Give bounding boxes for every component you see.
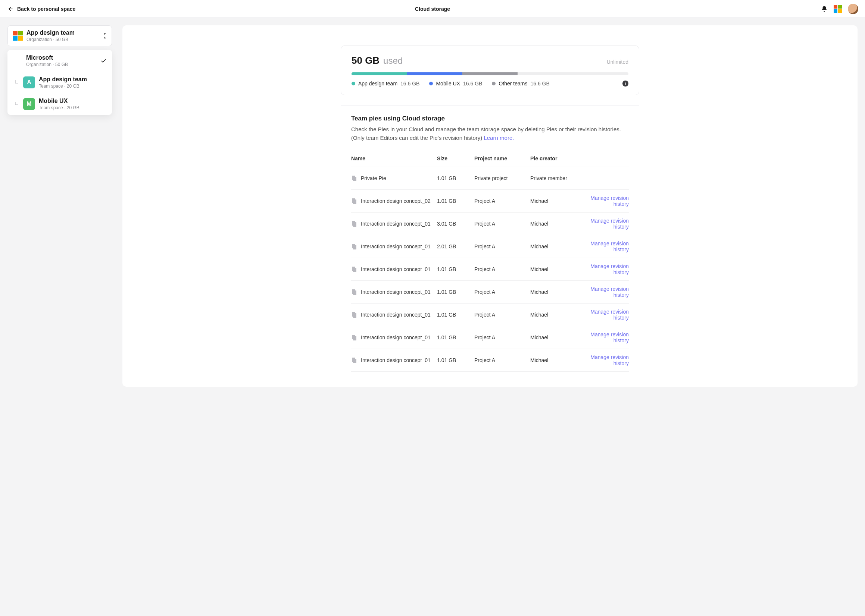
manage-history-link[interactable]: Manage revision history <box>590 240 629 253</box>
manage-history-link[interactable]: Manage revision history <box>590 309 629 321</box>
legend-value: 16.6 GB <box>530 80 549 86</box>
cell-size: 1.01 GB <box>437 312 471 318</box>
dropdown-org[interactable]: Microsoft Organization · 50 GB <box>8 50 112 72</box>
table-row: Interaction design concept_01 2.01 GB Pr… <box>351 235 629 258</box>
col-size: Size <box>437 156 471 162</box>
cell-size: 2.01 GB <box>437 244 471 250</box>
cell-creator: Michael <box>530 221 583 227</box>
manage-history-link[interactable]: Manage revision history <box>590 354 629 366</box>
svg-rect-1 <box>353 177 356 181</box>
cell-size: 1.01 GB <box>437 289 471 295</box>
space-selector[interactable]: App design team Organization · 50 GB ▼▲ <box>8 25 112 46</box>
cell-size: 1.01 GB <box>437 357 471 363</box>
cell-project: Project A <box>474 335 526 341</box>
cell-size: 1.01 GB <box>437 198 471 204</box>
cell-action: Manage revision history <box>586 332 629 343</box>
col-creator: Pie creator <box>530 156 583 162</box>
pies-table: Name Size Project name Pie creator Priva… <box>351 150 629 372</box>
legend-dot <box>429 82 433 85</box>
legend-item: App design team 16.6 GB <box>351 80 419 86</box>
cell-name: Interaction design concept_01 <box>351 221 433 227</box>
cell-size: 1.01 GB <box>437 266 471 272</box>
back-button[interactable]: Back to personal space <box>7 6 76 12</box>
dropdown-team-subtitle: Team space · 20 GB <box>39 105 107 110</box>
storage-amount: 50 GB <box>351 55 380 66</box>
manage-history-link[interactable]: Manage revision history <box>590 286 629 298</box>
pie-name: Interaction design concept_02 <box>361 198 431 204</box>
cell-project: Project A <box>474 357 526 363</box>
file-icon <box>351 289 357 295</box>
legend-name: Mobile UX <box>436 80 460 86</box>
team-badge: A <box>23 77 35 88</box>
manage-history-link[interactable]: Manage revision history <box>590 332 629 343</box>
cell-project: Private project <box>474 175 526 181</box>
cell-action: Manage revision history <box>586 354 629 366</box>
cell-action: Manage revision history <box>586 218 629 230</box>
cell-name: Interaction design concept_01 <box>351 289 433 295</box>
svg-rect-11 <box>353 291 356 295</box>
cell-project: Project A <box>474 221 526 227</box>
manage-history-link[interactable]: Manage revision history <box>590 218 629 230</box>
legend-name: App design team <box>358 80 397 86</box>
col-project: Project name <box>474 156 526 162</box>
cell-name: Private Pie <box>351 175 433 181</box>
cell-project: Project A <box>474 312 526 318</box>
avatar[interactable] <box>848 4 858 14</box>
cell-project: Project A <box>474 244 526 250</box>
team-badge: M <box>23 98 35 110</box>
cell-creator: Michael <box>530 244 583 250</box>
org-logo-icon[interactable] <box>833 5 842 13</box>
learn-more-link[interactable]: Learn more. <box>484 135 514 141</box>
pie-name: Interaction design concept_01 <box>361 335 431 341</box>
legend-item: Mobile UX 16.6 GB <box>429 80 482 86</box>
storage-segment <box>407 72 462 75</box>
pies-heading: Team pies using Cloud storage <box>351 115 629 122</box>
table-header: Name Size Project name Pie creator <box>351 150 629 167</box>
top-bar: Back to personal space Cloud storage <box>0 0 865 18</box>
selected-space-title: App design team <box>27 30 100 36</box>
cell-creator: Michael <box>530 289 583 295</box>
bell-icon[interactable] <box>821 6 828 12</box>
back-label: Back to personal space <box>17 6 76 12</box>
svg-rect-13 <box>353 313 356 318</box>
pie-name: Interaction design concept_01 <box>361 221 431 227</box>
cell-size: 1.01 GB <box>437 175 471 181</box>
pie-name: Interaction design concept_01 <box>361 244 431 250</box>
cell-project: Project A <box>474 198 526 204</box>
check-icon <box>100 57 107 64</box>
svg-rect-15 <box>353 336 356 341</box>
dropdown-org-title: Microsoft <box>26 55 96 61</box>
storage-used-label: used <box>383 55 403 66</box>
pie-name: Interaction design concept_01 <box>361 312 431 318</box>
cell-creator: Michael <box>530 312 583 318</box>
pie-name: Interaction design concept_01 <box>361 289 431 295</box>
dropdown-team[interactable]: A App design team Team space · 20 GB <box>8 72 112 93</box>
cell-creator: Private member <box>530 175 583 181</box>
manage-history-link[interactable]: Manage revision history <box>590 263 629 275</box>
cell-creator: Michael <box>530 357 583 363</box>
cell-creator: Michael <box>530 266 583 272</box>
legend-item: Other teams 16.6 GB <box>492 80 549 86</box>
storage-segment <box>462 72 518 75</box>
dropdown-team[interactable]: M Mobile UX Team space · 20 GB <box>8 93 112 115</box>
table-row: Interaction design concept_02 1.01 GB Pr… <box>351 190 629 212</box>
col-name: Name <box>351 156 433 162</box>
manage-history-link[interactable]: Manage revision history <box>590 195 629 207</box>
main-panel: 50 GB used Unlimited App design team 16.… <box>122 25 857 387</box>
info-icon[interactable]: i <box>622 80 629 86</box>
top-right <box>821 4 858 14</box>
storage-card: 50 GB used Unlimited App design team 16.… <box>341 46 639 95</box>
legend-name: Other teams <box>499 80 527 86</box>
cell-action: Manage revision history <box>586 240 629 253</box>
legend-dot <box>351 82 355 85</box>
page-title: Cloud storage <box>415 6 450 12</box>
storage-bar <box>351 72 629 75</box>
dropdown-org-subtitle: Organization · 50 GB <box>26 62 96 67</box>
file-icon <box>351 175 357 181</box>
table-row: Interaction design concept_01 3.01 GB Pr… <box>351 212 629 235</box>
cell-action: Manage revision history <box>586 195 629 207</box>
svg-rect-17 <box>353 359 356 363</box>
sidebar: App design team Organization · 50 GB ▼▲ … <box>8 25 112 115</box>
cell-size: 3.01 GB <box>437 221 471 227</box>
file-icon <box>351 244 357 250</box>
